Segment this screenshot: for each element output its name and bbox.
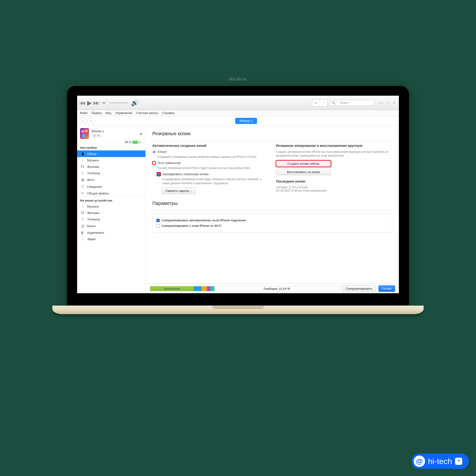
menu-view[interactable]: Вид: [106, 111, 111, 115]
eject-icon[interactable]: ⏏: [139, 132, 143, 136]
search-chevron-icon: ˅: [337, 101, 339, 104]
sidebar-item-label: Общие файлы: [87, 192, 109, 195]
nav-back-button[interactable]: ‹: [80, 118, 86, 124]
sidebar-item-summary[interactable]: 📱Обзор: [77, 151, 145, 157]
menu-help[interactable]: Справка: [162, 111, 174, 115]
device-thumbnail-icon: [80, 128, 89, 139]
icloud-radio-row[interactable]: iCloud: [152, 150, 269, 153]
window-controls[interactable]: — □ ×: [379, 101, 396, 105]
done-button[interactable]: Готово: [378, 285, 395, 292]
usage-apps-segment: Приложения: [150, 286, 194, 291]
checkbox-wifi-sync[interactable]: [156, 224, 160, 227]
sidebar-item-label: Музыка: [87, 158, 99, 162]
main-panel: Резервные копии Автоматическое создание …: [146, 126, 399, 293]
checkbox-encrypt[interactable]: [157, 172, 160, 176]
books-icon: ▥: [81, 224, 85, 228]
menu-edit[interactable]: Правка: [91, 111, 102, 115]
sidebar-item-label: Аудиокниги: [87, 231, 104, 235]
encrypt-label: Зашифровать локальную копию: [162, 172, 209, 176]
sidebar-item-label: Звуки: [87, 237, 95, 241]
device-capacity-badge: 32 ГБ: [91, 134, 102, 137]
sidebar-item-photos[interactable]: ▣Фото: [77, 176, 145, 183]
sidebar-heading-ondevice: На моем устройстве: [77, 197, 145, 203]
radio-this-computer[interactable]: [152, 161, 156, 165]
usage-segment: [201, 286, 207, 291]
options-box: Синхронизировать автоматически, если iPh…: [152, 214, 392, 233]
tones-icon: ♪: [81, 237, 85, 241]
divider: [151, 210, 393, 211]
watermark-badge: @ hi-tech ʷ: [412, 454, 469, 469]
view-toggle[interactable]: ≡ ⋮: [312, 99, 327, 106]
sidebar-item-movies[interactable]: 🎞Фильмы: [77, 164, 145, 170]
volume-slider[interactable]: [102, 102, 129, 103]
auto-sync-row[interactable]: Синхронизировать автоматически, если iPh…: [156, 219, 388, 222]
backups-heading: Резервные копии: [146, 126, 399, 138]
sidebar-heading-settings: Настройки: [77, 144, 145, 151]
menu-account[interactable]: Учетная запись: [136, 111, 158, 115]
sidebar-item-label: Фильмы: [87, 165, 100, 169]
sidebar-item-label: Фильмы: [87, 211, 100, 215]
music-icon: ♫: [81, 158, 85, 162]
battery-percent: 84 %: [125, 140, 131, 144]
sidebar-item-label: Музыка: [87, 205, 99, 208]
auto-backup-heading: Автоматическое создание копий: [152, 144, 269, 148]
menu-dots-icon[interactable]: ⋮: [319, 100, 327, 106]
device-pill[interactable]: iPhone 1: [235, 118, 257, 124]
laptop-base: [52, 306, 424, 314]
sidebar-item-tvshows[interactable]: 🖵Телешоу: [77, 170, 145, 176]
this-computer-label: Этот компьютер: [157, 161, 181, 165]
auto-backup-column: Автоматическое создание копий iCloud Соз…: [152, 144, 269, 194]
auto-sync-label: Синхронизировать автоматически, если iPh…: [162, 219, 246, 222]
icloud-label: iCloud: [157, 150, 166, 153]
checkbox-auto-sync[interactable]: [156, 219, 160, 222]
thispc-radio-row[interactable]: Этот компьютер: [152, 161, 269, 165]
toolbar: ⏮ ▶ ⏭ 🔊 ≡ ⋮ 🔍 ˅ П: [77, 96, 399, 110]
device-header: iPhone 1 32 ГБ ⏏: [77, 126, 145, 140]
app-window: ⏮ ▶ ⏭ 🔊 ≡ ⋮ 🔍 ˅ П: [77, 96, 399, 293]
menu-file[interactable]: Файл: [80, 111, 87, 115]
device-name: iPhone 1: [91, 130, 137, 133]
sidebar-item-label: Сведения: [87, 185, 102, 188]
navigation-row: ‹ › iPhone 1: [77, 116, 399, 126]
watermark-text: hi-tech: [428, 457, 452, 466]
radio-icloud[interactable]: [152, 150, 156, 153]
encrypt-checkbox-row[interactable]: Зашифровать локальную копию: [157, 172, 269, 176]
sidebar-item-ondevice-audiobooks[interactable]: ◧Аудиокниги: [77, 229, 145, 236]
play-icon[interactable]: ▶: [87, 100, 92, 106]
usage-segment: [194, 286, 201, 291]
change-password-button[interactable]: Сменить пароль…: [162, 187, 196, 194]
photo-icon: ▣: [81, 178, 85, 182]
sidebar-item-ondevice-books[interactable]: ▥Книги: [77, 222, 145, 229]
usage-free-segment: Свободно: 11,14 ГБ: [214, 286, 339, 291]
last-backup-icloud: Сегодня 12:20 в iCloud: [276, 186, 392, 189]
film-icon: 🎞: [81, 211, 85, 215]
search-input[interactable]: 🔍 ˅ Поиск: [329, 100, 374, 106]
encrypt-description: Создаваемые резервные копии будут включа…: [162, 177, 269, 185]
prev-track-icon[interactable]: ⏮: [80, 100, 86, 106]
sidebar-item-label: Телешоу: [87, 218, 100, 221]
search-icon: 🔍: [332, 101, 335, 104]
sidebar-item-ondevice-music[interactable]: ♫Музыка: [77, 203, 145, 210]
wifi-sync-row[interactable]: Синхронизировать с этим iPhone по Wi-Fi: [156, 224, 388, 227]
sidebar-item-info[interactable]: ⓘСведения: [77, 183, 145, 190]
divider: [151, 141, 393, 141]
sidebar-item-ondevice-tones[interactable]: ♪Звуки: [77, 236, 145, 242]
last-backups-heading: Последние копии:: [276, 179, 392, 183]
list-view-icon[interactable]: ≡: [312, 100, 319, 106]
menu-controls[interactable]: Управление: [115, 111, 132, 115]
backup-now-button[interactable]: Создать копию сейчас: [276, 160, 331, 167]
battery-status: 84 % +: [77, 140, 145, 144]
battery-icon: [132, 141, 139, 144]
at-icon: @: [414, 456, 425, 467]
sidebar-item-ondevice-tvshows[interactable]: 🖵Телешоу: [77, 216, 145, 222]
sidebar-item-files[interactable]: ⩎Общие файлы: [77, 190, 145, 197]
last-backup-local: 02.10.2022 9:48 на этом компьютере: [276, 189, 392, 192]
options-heading: Параметры: [146, 194, 399, 207]
restore-backup-button[interactable]: Восстановить из копии: [276, 169, 331, 175]
wifi-sync-label: Синхронизировать с этим iPhone по Wi-Fi: [162, 224, 221, 227]
sidebar-item-music[interactable]: ♫Музыка: [77, 157, 145, 164]
next-track-icon[interactable]: ⏭: [93, 100, 100, 106]
nav-forward-button[interactable]: ›: [87, 118, 94, 124]
sidebar-item-ondevice-movies[interactable]: 🎞Фильмы: [77, 210, 145, 216]
sync-button[interactable]: Синхронизировать: [342, 285, 376, 292]
